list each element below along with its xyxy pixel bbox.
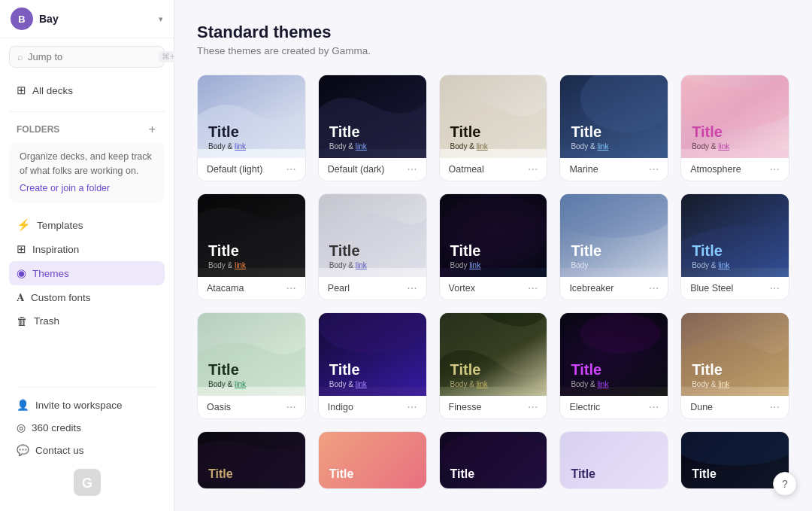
font-icon: 𝐀 [17, 290, 25, 304]
preview-title: Title [571, 123, 608, 141]
theme-preview: Title Body & link [681, 313, 789, 396]
chevron-down-icon: ▾ [159, 14, 163, 24]
sidebar-item-credits[interactable]: ◎ 360 credits [9, 416, 165, 439]
theme-more-button[interactable]: ··· [647, 282, 660, 294]
theme-more-button[interactable]: ··· [647, 163, 660, 175]
search-bar[interactable]: ⌕ ⌘+K [9, 46, 165, 68]
theme-card-electric[interactable]: Title Body & link Electric ··· [559, 312, 668, 419]
lightning-icon: ⚡ [17, 218, 31, 232]
sidebar-item-all-decks[interactable]: ⊞ All decks [9, 78, 165, 102]
sidebar-item-label: Trash [34, 315, 59, 327]
theme-card-oatmeal[interactable]: Title Body & link Oatmeal ··· [439, 75, 548, 181]
search-input[interactable] [28, 51, 154, 62]
theme-footer: Indigo ··· [319, 396, 426, 418]
inspiration-icon: ⊞ [17, 242, 26, 256]
theme-card-row4-3[interactable]: Title [439, 431, 548, 489]
theme-preview: Title Body & link [560, 75, 668, 158]
contact-icon: 💬 [17, 444, 29, 456]
sidebar-item-custom-fonts[interactable]: 𝐀 Custom fonts [9, 285, 165, 309]
theme-card-icebreaker[interactable]: Title Body Icebreaker ··· [559, 193, 668, 300]
theme-card-atacama[interactable]: Title Body & link Atacama ··· [197, 193, 306, 300]
theme-more-button[interactable]: ··· [526, 282, 539, 294]
theme-card-marine[interactable]: Title Body & link Marine ··· [559, 75, 668, 181]
theme-card-row4-1[interactable]: Title [197, 431, 306, 489]
sidebar-nav: ⊞ All decks [0, 75, 174, 105]
preview-body: Body & link [450, 142, 488, 151]
theme-more-button[interactable]: ··· [768, 401, 781, 413]
svg-text:G: G [81, 476, 92, 491]
theme-card-row4-4[interactable]: Title [559, 431, 668, 489]
sidebar-item-label: Templates [37, 220, 83, 231]
sidebar-divider-1 [9, 111, 165, 112]
preview-title: Title [329, 361, 367, 379]
theme-more-button[interactable]: ··· [405, 282, 418, 294]
theme-footer: Icebreaker ··· [560, 277, 668, 300]
theme-name: Electric [569, 402, 600, 412]
theme-card-finesse[interactable]: Title Body & link Finesse ··· [439, 312, 548, 419]
sidebar-item-invite[interactable]: 👤 Invite to workspace [9, 394, 165, 416]
theme-more-button[interactable]: ··· [405, 163, 418, 175]
theme-card-default-light[interactable]: Title Body & link Default (light) ··· [197, 75, 306, 181]
theme-more-button[interactable]: ··· [284, 282, 297, 294]
sidebar-item-contact[interactable]: 💬 Contact us [9, 439, 165, 461]
preview-body: Body [571, 261, 601, 269]
sidebar-bottom-label: Contact us [35, 445, 84, 456]
sidebar-bottom: 👤 Invite to workspace ◎ 360 credits 💬 Co… [0, 378, 174, 511]
workspace-header[interactable]: B Bay ▾ [0, 0, 174, 38]
theme-name: Pearl [328, 283, 350, 294]
help-button[interactable]: ? [773, 472, 797, 496]
preview-link: link [597, 142, 608, 151]
theme-card-dune[interactable]: Title Body & link Dune ··· [680, 312, 789, 419]
theme-footer: Finesse ··· [440, 396, 547, 418]
preview-title: Title [450, 361, 488, 379]
main-content: Standard themes These themes are created… [174, 0, 812, 511]
theme-more-button[interactable]: ··· [526, 401, 539, 413]
add-folder-button[interactable]: + [147, 123, 157, 136]
sidebar-item-templates[interactable]: ⚡ Templates [9, 213, 165, 237]
theme-name: Oasis [207, 402, 231, 412]
theme-more-button[interactable]: ··· [284, 401, 297, 413]
preview-link: link [477, 142, 488, 151]
theme-preview: Title Body & link [681, 194, 789, 277]
theme-more-button[interactable]: ··· [768, 163, 781, 175]
preview-body: Body & link [692, 142, 729, 151]
folders-label: Folders [17, 124, 59, 135]
preview-body: Body & link [329, 380, 367, 388]
theme-card-pearl[interactable]: Title Body & link Pearl ··· [318, 193, 427, 300]
preview-title: Title [571, 242, 601, 260]
preview-body: Body & link [692, 261, 729, 269]
theme-more-button[interactable]: ··· [768, 282, 781, 294]
theme-preview: Title Body & link [319, 194, 426, 277]
theme-name: Blue Steel [690, 283, 733, 294]
preview-title: Title [692, 123, 729, 141]
preview-title: Title [692, 361, 729, 379]
theme-card-oasis[interactable]: Title Body & link Oasis ··· [197, 312, 306, 419]
theme-card-atmosphere[interactable]: Title Body & link Atmosphere ··· [680, 75, 789, 181]
theme-name: Marine [569, 164, 598, 175]
preview-title: Title [450, 242, 481, 260]
theme-preview: Title Body & link [440, 75, 547, 158]
theme-preview: Title Body [560, 194, 668, 277]
preview-title: Title [208, 242, 246, 260]
sidebar-item-label: Themes [32, 268, 69, 279]
theme-more-button[interactable]: ··· [405, 401, 418, 413]
theme-card-indigo[interactable]: Title Body & link Indigo ··· [318, 312, 427, 419]
preview-link: link [235, 142, 246, 151]
theme-card-row4-2[interactable]: Title [318, 431, 427, 489]
theme-more-button[interactable]: ··· [647, 401, 660, 413]
preview-link: link [597, 380, 608, 388]
theme-card-default-dark[interactable]: Title Body & link Default (dark) ··· [318, 75, 427, 181]
create-folder-link[interactable]: Create or join a folder [20, 181, 154, 196]
sidebar-item-trash[interactable]: 🗑 Trash [9, 309, 165, 333]
invite-icon: 👤 [17, 399, 29, 411]
sidebar-item-themes[interactable]: ◉ Themes [9, 261, 165, 285]
sidebar-item-inspiration[interactable]: ⊞ Inspiration [9, 237, 165, 261]
theme-card-vortex[interactable]: Title Body link Vortex ··· [439, 193, 548, 300]
theme-card-bluesteel[interactable]: Title Body & link Blue Steel ··· [680, 193, 789, 300]
theme-more-button[interactable]: ··· [284, 163, 297, 175]
preview-link: link [356, 142, 367, 151]
preview-body: Body & link [450, 380, 488, 388]
preview-link: link [235, 380, 246, 388]
theme-preview: Title [319, 432, 426, 488]
theme-more-button[interactable]: ··· [526, 163, 539, 175]
